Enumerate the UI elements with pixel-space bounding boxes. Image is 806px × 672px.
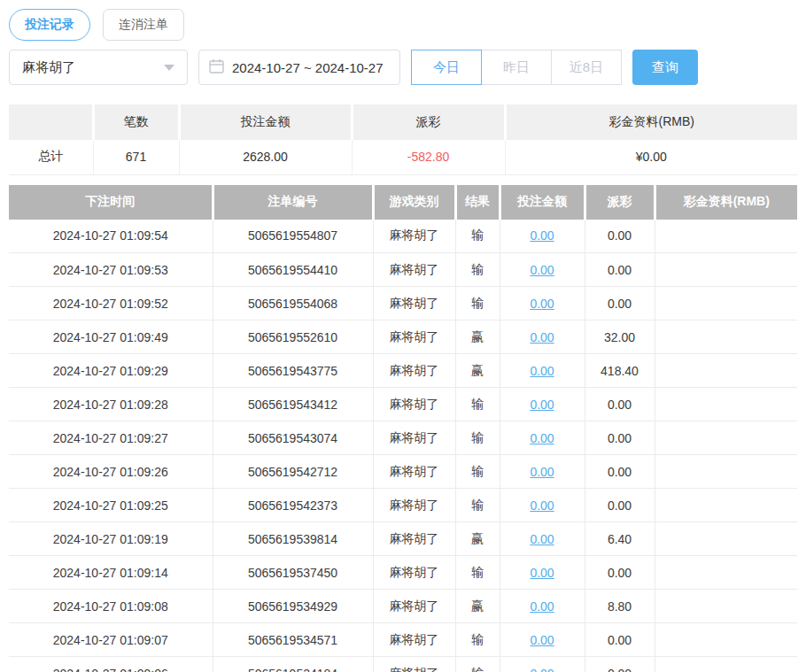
table-row: 2024-10-27 01:09:27 5065619543074 麻将胡了 输… [9,421,797,455]
bet-amount-link[interactable]: 0.00 [530,297,554,311]
bet-amount-link[interactable]: 0.00 [530,566,554,580]
cell-order-id: 5065619542712 [213,455,373,489]
cell-order-id: 5065619534929 [213,590,373,623]
quick-date-button-group: 今日 昨日 近8日 [411,50,622,85]
summary-total-bet-amount: 2628.00 [179,140,352,174]
table-row: 2024-10-27 01:09:53 5065619554410 麻将胡了 输… [9,253,797,287]
cell-result: 输 [455,287,500,321]
cell-result: 输 [455,657,500,672]
table-row: 2024-10-27 01:09:28 5065619543412 麻将胡了 输… [9,388,797,421]
tab-cancelled-orders[interactable]: 连消注单 [103,9,184,41]
summary-total-payout: -582.80 [352,140,505,174]
cell-result: 输 [455,253,500,287]
cell-bet-time: 2024-10-27 01:09:06 [9,657,213,672]
cell-order-id: 5065619554410 [213,253,373,287]
bet-amount-link[interactable]: 0.00 [530,330,554,344]
cell-order-id: 5065619539814 [213,522,373,556]
bet-amount-link[interactable]: 0.00 [530,228,554,243]
cell-result: 输 [455,455,500,489]
cell-game-type: 麻将胡了 [373,489,455,522]
bet-amount-link[interactable]: 0.00 [530,263,554,277]
cell-result: 赢 [455,590,500,623]
bet-amount-link[interactable]: 0.00 [530,667,554,672]
table-row: 2024-10-27 01:09:06 5065619534184 麻将胡了 输… [9,657,797,672]
cell-bonus [655,623,797,657]
cell-bonus [655,321,797,354]
cell-order-id: 5065619554068 [213,287,373,321]
cell-bet-time: 2024-10-27 01:09:49 [9,321,213,354]
cell-result: 输 [455,388,500,421]
bet-amount-link[interactable]: 0.00 [530,431,554,445]
cell-payout: 0.00 [585,623,655,657]
cell-bonus [655,220,797,253]
cell-bet-time: 2024-10-27 01:09:19 [9,522,213,556]
header-bonus: 彩金资料(RMB) [655,185,797,220]
cell-game-type: 麻将胡了 [373,455,455,489]
cell-payout: 0.00 [585,455,655,489]
summary-total-count: 671 [93,140,179,174]
today-button[interactable]: 今日 [411,50,482,85]
cell-game-type: 麻将胡了 [373,321,455,354]
cell-payout: 32.00 [585,321,655,354]
cell-result: 输 [455,623,500,657]
table-row: 2024-10-27 01:09:08 5065619534929 麻将胡了 赢… [9,590,797,623]
table-row: 2024-10-27 01:09:52 5065619554068 麻将胡了 输… [9,287,797,321]
cell-bet-time: 2024-10-27 01:09:53 [9,253,213,287]
cell-order-id: 5065619534571 [213,623,373,657]
cell-bonus [655,287,797,321]
cell-result: 赢 [455,522,500,556]
table-row: 2024-10-27 01:09:25 5065619542373 麻将胡了 输… [9,489,797,522]
cell-game-type: 麻将胡了 [373,590,455,623]
cell-bonus [655,455,797,489]
calendar-icon [209,58,224,76]
header-bet-amount: 投注金额 [500,185,585,220]
cell-bet-time: 2024-10-27 01:09:27 [9,421,213,455]
cell-bet-time: 2024-10-27 01:09:29 [9,354,213,388]
cell-result: 赢 [455,354,500,388]
cell-result: 输 [455,220,500,253]
summary-table: 笔数 投注金额 派彩 彩金资料(RMB) 总计 671 2628.00 -582… [9,104,797,175]
cell-payout: 0.00 [585,556,655,590]
header-bet-time: 下注时间 [9,185,213,220]
cell-payout: 0.00 [585,489,655,522]
cell-bet-time: 2024-10-27 01:09:26 [9,455,213,489]
last-8-days-button[interactable]: 近8日 [551,50,622,85]
query-button[interactable]: 查询 [632,50,698,85]
cell-game-type: 麻将胡了 [373,287,455,321]
bet-amount-link[interactable]: 0.00 [530,465,554,479]
records-header-row: 下注时间 注单编号 游戏类别 结果 投注金额 派彩 彩金资料(RMB) [9,185,797,220]
bet-amount-link[interactable]: 0.00 [530,498,554,513]
cell-game-type: 麻将胡了 [373,556,455,590]
table-row: 2024-10-27 01:09:54 5065619554807 麻将胡了 输… [9,220,797,253]
cell-order-id: 5065619554807 [213,220,373,253]
summary-header-payout: 派彩 [352,104,505,140]
cell-bonus [655,253,797,287]
bet-amount-link[interactable]: 0.00 [530,633,554,647]
cell-bet-time: 2024-10-27 01:09:28 [9,388,213,421]
cell-order-id: 5065619537450 [213,556,373,590]
bet-amount-link[interactable]: 0.00 [530,398,554,412]
cell-bet-time: 2024-10-27 01:09:07 [9,623,213,657]
summary-header-count: 笔数 [93,104,179,140]
cell-bonus [655,489,797,522]
yesterday-button[interactable]: 昨日 [481,50,552,85]
cell-payout: 0.00 [585,287,655,321]
table-row: 2024-10-27 01:09:07 5065619534571 麻将胡了 输… [9,623,797,657]
cell-result: 输 [455,556,500,590]
summary-total-label: 总计 [9,140,93,174]
cell-bonus [655,388,797,421]
cell-bet-time: 2024-10-27 01:09:52 [9,287,213,321]
cell-bet-time: 2024-10-27 01:09:08 [9,590,213,623]
tab-betting-records[interactable]: 投注记录 [9,9,90,41]
cell-payout: 0.00 [585,657,655,672]
cell-game-type: 麻将胡了 [373,220,455,253]
cell-order-id: 5065619542373 [213,489,373,522]
bet-amount-link[interactable]: 0.00 [530,364,554,378]
cell-bonus [655,657,797,672]
game-select[interactable]: 麻将胡了 [9,50,188,85]
bet-amount-link[interactable]: 0.00 [530,532,554,546]
bet-amount-link[interactable]: 0.00 [530,599,554,614]
top-tabs: 投注记录 连消注单 [9,9,797,41]
date-range-picker[interactable]: 2024-10-27 ~ 2024-10-27 [198,50,400,85]
cell-payout: 418.40 [585,354,655,388]
